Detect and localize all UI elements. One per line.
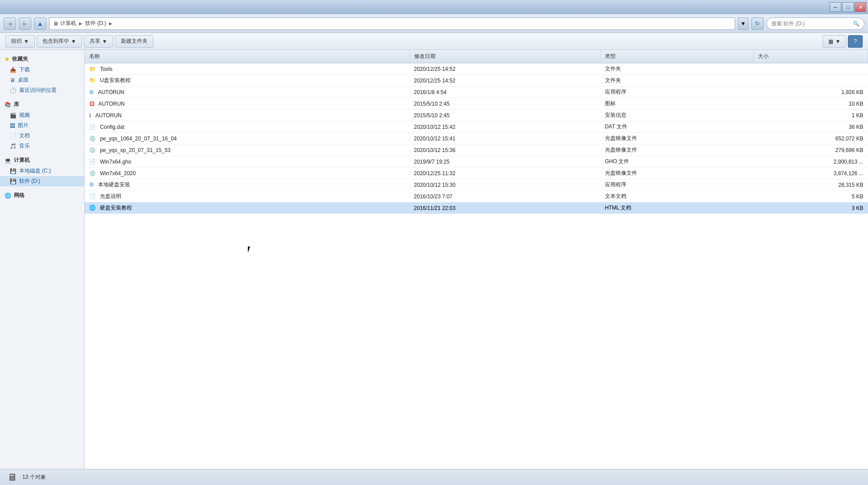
archive-label: 包含到库中 xyxy=(42,37,69,45)
up-button[interactable]: ▲ xyxy=(34,17,46,30)
sidebar-item-cdrive[interactable]: 💾 本地磁盘 (C:) xyxy=(0,166,84,176)
table-row[interactable]: 🌐 硬盘安装教程 2016/11/21 22:03 HTML 文档 3 KB xyxy=(85,202,868,214)
sidebar-item-desktop[interactable]: 🖥 桌面 xyxy=(0,75,84,85)
col-header-size[interactable]: 大小 xyxy=(753,50,868,63)
ddrive-icon: 💾 xyxy=(10,178,16,185)
file-icon: ℹ xyxy=(89,112,91,119)
file-icon: 📄 xyxy=(89,193,96,199)
music-icon: 🎵 xyxy=(10,143,16,149)
desktop-icon: 🖥 xyxy=(10,77,15,83)
file-name-cell: ⚙ AUTORUN xyxy=(85,86,409,98)
computer-header[interactable]: 💻 计算机 xyxy=(0,155,84,166)
file-icon: 🖼 xyxy=(89,101,95,107)
table-row[interactable]: ⚙ AUTORUN 2016/1/8 4:54 应用程序 1,926 KB xyxy=(85,86,868,98)
path-icon: 🖥 xyxy=(53,21,58,27)
sidebar-item-download[interactable]: 📥 下载 xyxy=(0,65,84,75)
table-row[interactable]: 💿 pe_yqs_1064_20_07_31_16_04 2020/10/12 … xyxy=(85,133,868,144)
library-header[interactable]: 📚 库 xyxy=(0,99,84,110)
sidebar-item-documents[interactable]: 📄 文档 xyxy=(0,131,84,141)
address-path[interactable]: 🖥 计算机 ► 软件 (D:) ► xyxy=(49,17,735,30)
archive-button[interactable]: 包含到库中 ▼ xyxy=(37,35,82,48)
favorites-section: ★ 收藏夹 📥 下载 🖥 桌面 🕐 最近访问的位置 xyxy=(0,53,84,95)
back-button[interactable]: ◄ xyxy=(4,17,16,30)
col-header-date[interactable]: 修改日期 xyxy=(409,50,600,63)
table-header-row: 名称 修改日期 类型 大小 xyxy=(85,50,868,63)
maximize-button[interactable]: □ xyxy=(842,2,854,12)
table-row[interactable]: 📄 光盘说明 2016/10/23 7:07 文本文档 5 KB xyxy=(85,191,868,202)
file-type-cell: HTML 文档 xyxy=(601,202,753,214)
col-header-type[interactable]: 类型 xyxy=(601,50,753,63)
path-software: 软件 (D:) xyxy=(85,20,106,27)
new-folder-button[interactable]: 新建文件夹 xyxy=(115,35,153,48)
file-table: 名称 修改日期 类型 大小 📁 Tools 2020/12/25 14:52 文… xyxy=(85,50,868,214)
table-row[interactable]: 💿 Win7x64_2020 2020/12/25 11:32 光盘映像文件 3… xyxy=(85,168,868,179)
sidebar-item-recent-label: 最近访问的位置 xyxy=(19,86,57,94)
table-row[interactable]: ⚙ 本地硬盘安装 2020/10/12 15:30 应用程序 28,315 KB xyxy=(85,179,868,191)
view-button[interactable]: ▦ ▼ xyxy=(823,35,846,48)
sidebar-item-cdrive-label: 本地磁盘 (C:) xyxy=(19,167,51,175)
table-row[interactable]: 💿 pe_yqs_xp_20_07_31_15_53 2020/10/12 15… xyxy=(85,144,868,156)
sidebar-item-pictures[interactable]: 🖼 图片 xyxy=(0,120,84,131)
download-icon: 📥 xyxy=(10,67,16,73)
file-date-cell: 2015/5/10 2:45 xyxy=(409,110,600,121)
sidebar-item-download-label: 下载 xyxy=(19,66,30,74)
favorites-header[interactable]: ★ 收藏夹 xyxy=(0,53,84,65)
file-name: Win7x64.gho xyxy=(100,159,131,165)
sidebar-item-recent[interactable]: 🕐 最近访问的位置 xyxy=(0,85,84,95)
toolbar: 组织 ▼ 包含到库中 ▼ 共享 ▼ 新建文件夹 ▦ ▼ ? xyxy=(0,33,868,50)
file-type-cell: 应用程序 xyxy=(601,86,753,98)
file-date-cell: 2020/12/25 14:52 xyxy=(409,75,600,86)
addressbar: ◄ ► ▲ 🖥 计算机 ► 软件 (D:) ► ▼ ↻ 🔍 xyxy=(0,14,868,33)
share-button[interactable]: 共享 ▼ xyxy=(84,35,113,48)
statusbar: 🖥 13 个对象 xyxy=(0,469,868,485)
help-button[interactable]: ? xyxy=(848,35,863,48)
favorites-label: 收藏夹 xyxy=(12,55,28,63)
library-label: 库 xyxy=(14,101,19,108)
sidebar: ★ 收藏夹 📥 下载 🖥 桌面 🕐 最近访问的位置 📚 库 xyxy=(0,50,85,469)
sidebar-item-video[interactable]: 🎬 视频 xyxy=(0,110,84,120)
sidebar-item-music[interactable]: 🎵 音乐 xyxy=(0,141,84,151)
col-header-name[interactable]: 名称 xyxy=(85,50,409,63)
file-icon: 📄 xyxy=(89,159,96,165)
network-header[interactable]: 🌐 网络 xyxy=(0,190,84,201)
computer-label: 计算机 xyxy=(14,156,30,164)
table-row[interactable]: ℹ AUTORUN 2015/5/10 2:45 安装信息 1 KB xyxy=(85,110,868,121)
table-row[interactable]: 📁 Tools 2020/12/25 14:52 文件夹 xyxy=(85,63,868,75)
file-name-cell: 🌐 硬盘安装教程 xyxy=(85,202,409,214)
library-icon: 📚 xyxy=(4,102,11,108)
file-name-cell: 📁 Tools xyxy=(85,63,409,75)
file-type-cell: 光盘映像文件 xyxy=(601,133,753,144)
share-label: 共享 xyxy=(90,37,100,45)
address-dropdown[interactable]: ▼ xyxy=(738,17,749,30)
file-name: U盘安装教程 xyxy=(100,77,131,83)
search-icon: 🔍 xyxy=(853,21,860,27)
minimize-button[interactable]: ─ xyxy=(830,2,841,12)
new-folder-label: 新建文件夹 xyxy=(121,37,148,45)
sidebar-item-ddrive-label: 软件 (D:) xyxy=(19,177,40,185)
table-row[interactable]: 📄 Config.dat 2020/10/12 15:42 DAT 文件 36 … xyxy=(85,121,868,133)
table-row[interactable]: 📁 U盘安装教程 2020/12/25 14:52 文件夹 xyxy=(85,75,868,86)
file-name: AUTORUN xyxy=(98,89,124,95)
organize-button[interactable]: 组织 ▼ xyxy=(5,35,35,48)
close-button[interactable]: ✕ xyxy=(855,2,866,12)
search-input[interactable] xyxy=(771,21,850,27)
table-row[interactable]: 📄 Win7x64.gho 2019/9/7 19:25 GHO 文件 2,90… xyxy=(85,156,868,168)
table-row[interactable]: 🖼 AUTORUN 2015/5/10 2:45 图标 10 KB xyxy=(85,98,868,110)
sidebar-item-ddrive[interactable]: 💾 软件 (D:) xyxy=(0,176,84,186)
file-type-cell: 文本文档 xyxy=(601,191,753,202)
file-name: pe_yqs_1064_20_07_31_16_04 xyxy=(100,136,177,142)
file-name: pe_yqs_xp_20_07_31_15_53 xyxy=(100,147,170,153)
file-name-cell: ⚙ 本地硬盘安装 xyxy=(85,179,409,191)
file-name-cell: ℹ AUTORUN xyxy=(85,110,409,121)
forward-button[interactable]: ► xyxy=(19,17,31,30)
file-icon: 📁 xyxy=(89,66,96,72)
file-name: 硬盘安装教程 xyxy=(100,205,132,211)
recent-icon: 🕐 xyxy=(10,87,16,94)
file-type-cell: 光盘映像文件 xyxy=(601,144,753,156)
file-type-cell: GHO 文件 xyxy=(601,156,753,168)
file-name-cell: 💿 pe_yqs_1064_20_07_31_16_04 xyxy=(85,133,409,144)
refresh-button[interactable]: ↻ xyxy=(751,17,764,30)
network-icon: 🌐 xyxy=(4,193,11,199)
file-name-cell: 🖼 AUTORUN xyxy=(85,98,409,110)
search-box[interactable]: 🔍 xyxy=(766,17,864,30)
